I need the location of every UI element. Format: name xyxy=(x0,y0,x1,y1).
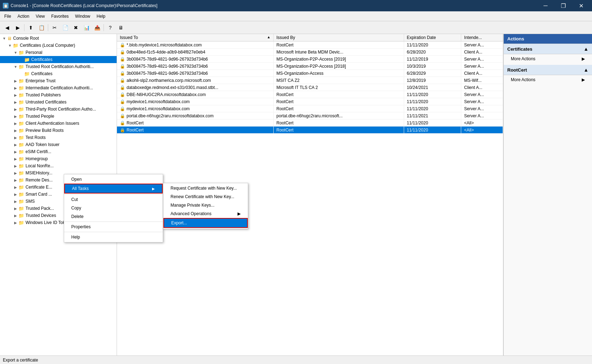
tree-item-preview-build[interactable]: ▶ 📁 Preview Build Roots xyxy=(0,127,117,134)
tree-label-test-roots: Test Roots xyxy=(26,135,46,140)
cert-exp-date: 11/11/2020 xyxy=(404,41,461,49)
tree-toggle: ▶ xyxy=(13,150,18,154)
tree-toggle: ▶ xyxy=(13,221,18,225)
tree-item-trusted-root[interactable]: ▼ 📁 Trusted Root Certification Authoriti… xyxy=(0,63,117,70)
context-menu-all-tasks[interactable]: All Tasks ▶ xyxy=(64,184,163,194)
console-button[interactable]: 🖥 xyxy=(116,23,126,33)
tree-item-untrusted[interactable]: ▶ 📁 Untrusted Certificates xyxy=(0,99,117,106)
tree-item-client-auth[interactable]: ▶ 📁 Client Authentication Issuers xyxy=(0,120,117,127)
cert-intended: Client A... xyxy=(461,49,503,56)
context-menu-copy[interactable]: Copy xyxy=(64,204,163,212)
col-exp-date[interactable]: Expiration Date xyxy=(404,34,461,41)
actions-item-more-actions-certs[interactable]: More Actions ▶ xyxy=(504,54,592,63)
certificates-section-header[interactable]: Certificates ▲ xyxy=(504,44,592,54)
tree-item-esim[interactable]: ▶ 📁 eSIM Certifi... xyxy=(0,148,117,155)
forward-button[interactable]: ▶ xyxy=(13,23,23,33)
tree-item-console-root[interactable]: ▼ 🖥 Console Root xyxy=(0,35,117,42)
show-hide-button[interactable]: 📋 xyxy=(37,23,46,33)
tree-label-trusted-root: Trusted Root Certification Authoriti... xyxy=(26,64,94,69)
menu-favorites[interactable]: Favorites xyxy=(49,12,72,20)
menu-window[interactable]: Window xyxy=(72,12,93,20)
cert-exp-date: 10/24/2021 xyxy=(404,84,461,91)
tree-item-local-nonr[interactable]: ▶ 📁 Local NonRe... xyxy=(0,162,117,169)
table-row[interactable]: 🔒RootCertRootCert11/11/2020<All> xyxy=(117,119,503,127)
table-row[interactable]: 🔒0dbe48ed-f1c5-4dde-a0b9-b84f827e0eb4Mic… xyxy=(117,49,503,56)
table-row[interactable]: 🔒*.blob.mydevice1.microsoftdatabox.comRo… xyxy=(117,41,503,49)
table-row[interactable]: 🔒3b008475-78d9-4821-9d96-267923d734b6MS-… xyxy=(117,56,503,63)
table-row[interactable]: 🔒3b008475-78d9-4821-9d96-267923d734b6MS-… xyxy=(117,63,503,70)
table-row[interactable]: 🔒RootCertRootCert11/11/2020<All> xyxy=(117,127,503,134)
menu-file[interactable]: File xyxy=(1,12,14,20)
tree-label-msie: MSIEHistory... xyxy=(26,170,52,175)
table-row[interactable]: 🔒DBE-N6HUGC2RA.microsoftdatabox.comRootC… xyxy=(117,91,503,98)
table-row[interactable]: 🔒alkohli-slp2.northamerica.corp.microsof… xyxy=(117,77,503,84)
submenu-request-cert[interactable]: Request Certificate with New Key... xyxy=(163,184,248,192)
folder-icon: 📁 xyxy=(18,170,24,176)
cert-issued-by: MS-Organization-Access xyxy=(273,70,404,77)
toolbar-sep-1 xyxy=(24,24,24,31)
submenu-export[interactable]: Export... xyxy=(163,218,248,228)
rootcert-section-header[interactable]: RootCert ▲ xyxy=(504,65,592,75)
table-row[interactable]: 🔒mydevice1.microsoftdatabox.comRootCert1… xyxy=(117,105,503,112)
col-issued-by[interactable]: Issued By xyxy=(273,34,404,41)
folder-icon: 📁 xyxy=(18,163,24,169)
tree-toggle: ▶ xyxy=(13,192,18,196)
tree-item-intermediate[interactable]: ▶ 📁 Intermediate Certification Authoriti… xyxy=(0,84,117,91)
cert-exp-date: 11/11/2020 xyxy=(404,91,461,98)
up-button[interactable]: ⬆ xyxy=(26,23,36,33)
tree-item-test-roots[interactable]: ▶ 📁 Test Roots xyxy=(0,134,117,141)
export-button[interactable]: 📤 xyxy=(92,23,102,33)
cert-issued-to: 🔒3b008475-78d9-4821-9d96-267923d734b6 xyxy=(117,63,273,70)
tree-item-enterprise-trust[interactable]: ▶ 📁 Enterprise Trust xyxy=(0,77,117,84)
submenu-renew-cert[interactable]: Renew Certificate with New Key... xyxy=(163,192,248,201)
properties-button[interactable]: 📊 xyxy=(82,23,91,33)
tree-label-console-root: Console Root xyxy=(13,36,39,41)
context-menu-open[interactable]: Open xyxy=(64,175,163,184)
cert-intended: Server A... xyxy=(461,98,503,105)
actions-item-more-actions-rootcert[interactable]: More Actions ▶ xyxy=(504,75,592,84)
tree-label-personal: Personal xyxy=(26,50,42,55)
tree-item-certificates[interactable]: 📁 Certificates xyxy=(0,56,117,63)
context-menu-delete[interactable]: Delete xyxy=(64,212,163,221)
delete-button[interactable]: ✖ xyxy=(71,23,81,33)
context-menu-cut[interactable]: Cut xyxy=(64,195,163,204)
tree-item-certs-local[interactable]: ▼ 📁 Certificates (Local Computer) xyxy=(0,42,117,49)
tree-label-trusted-root-certs: Certificates xyxy=(31,71,52,76)
minimize-button[interactable]: ─ xyxy=(537,0,554,11)
rootcert-expand-icon: ▲ xyxy=(583,67,588,73)
help-button[interactable]: ? xyxy=(105,23,115,33)
cut-button[interactable]: ✂ xyxy=(50,23,60,33)
restore-button[interactable]: ❐ xyxy=(555,0,571,11)
menu-view[interactable]: View xyxy=(33,12,48,20)
tree-toggle: ▶ xyxy=(13,79,18,83)
cert-issued-to: 🔒alkohli-slp2.northamerica.corp.microsof… xyxy=(117,77,273,84)
title-bar: 📋 Console1 - [Console Root\Certificates … xyxy=(0,0,592,11)
tree-item-trusted-root-certs[interactable]: 📁 Certificates xyxy=(0,70,117,77)
submenu-manage-keys[interactable]: Manage Private Keys... xyxy=(163,201,248,209)
tree-item-personal[interactable]: ▼ 📁 Personal xyxy=(0,49,117,56)
tree-label-certificates: Certificates xyxy=(31,57,52,62)
table-row[interactable]: 🔒3b008475-78d9-4821-9d96-267923d734b6MS-… xyxy=(117,70,503,77)
menu-help[interactable]: Help xyxy=(94,12,108,20)
tree-item-third-party[interactable]: ▶ 📁 Third-Party Root Certification Autho… xyxy=(0,106,117,113)
cert-issued-to: 🔒*.blob.mydevice1.microsoftdatabox.com xyxy=(117,41,273,49)
tree-item-homegroup[interactable]: ▶ 📁 Homegroup xyxy=(0,155,117,162)
cert-issued-to: 🔒RootCert xyxy=(117,119,273,127)
tree-item-aad-token[interactable]: ▶ 📁 AAD Token Issuer xyxy=(0,141,117,148)
close-button[interactable]: ✕ xyxy=(573,0,589,11)
cert-intended: Server A... xyxy=(461,41,503,49)
submenu-advanced-ops[interactable]: Advanced Operations ▶ xyxy=(163,209,248,218)
table-row[interactable]: 🔒mydevice1.microsoftdatabox.comRootCert1… xyxy=(117,98,503,105)
context-menu-properties[interactable]: Properties xyxy=(64,223,163,231)
table-row[interactable]: 🔒databoxedge.redmond.ext-s31r0301.masd.s… xyxy=(117,84,503,91)
table-row[interactable]: 🔒portal.dbe-n6hugc2raru.microsoftdatabox… xyxy=(117,112,503,119)
col-intended[interactable]: Intende... xyxy=(461,34,503,41)
back-button[interactable]: ◀ xyxy=(2,23,12,33)
menu-action[interactable]: Action xyxy=(15,12,32,20)
context-menu-help[interactable]: Help xyxy=(64,233,163,241)
tree-item-trusted-publishers[interactable]: ▶ 📁 Trusted Publishers xyxy=(0,91,117,99)
copy-button[interactable]: 📄 xyxy=(60,23,70,33)
col-issued-to[interactable]: Issued To ▲ xyxy=(117,34,273,41)
tree-toggle: ▶ xyxy=(13,143,18,147)
tree-item-trusted-people[interactable]: ▶ 📁 Trusted People xyxy=(0,113,117,120)
